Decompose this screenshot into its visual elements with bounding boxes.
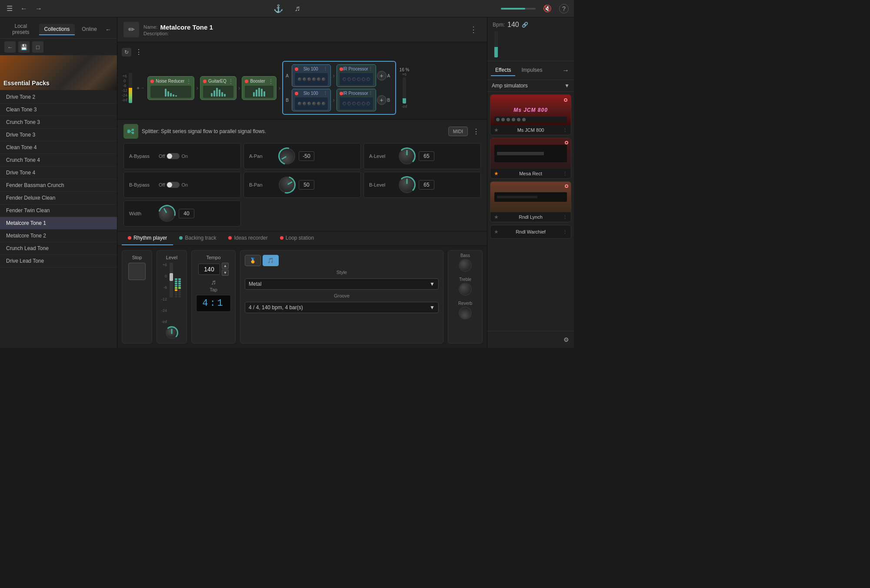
preset-item[interactable]: Crunch Tone 3 bbox=[0, 116, 117, 129]
essential-packs-banner[interactable]: Essential Packs bbox=[0, 55, 117, 90]
tempo-up-button[interactable]: ▲ bbox=[222, 263, 229, 269]
tab-local-presets[interactable]: Local presets bbox=[4, 21, 37, 38]
a-level-knob[interactable] bbox=[399, 148, 415, 164]
warchief-star[interactable]: ★ bbox=[494, 229, 499, 235]
tempo-value-input[interactable] bbox=[198, 264, 220, 275]
undo-button[interactable]: ↻ bbox=[122, 48, 131, 57]
drums-button[interactable]: 🏅 bbox=[245, 255, 261, 266]
b-level-knob[interactable] bbox=[399, 177, 415, 193]
back-button[interactable]: ← bbox=[19, 3, 29, 14]
preset-item[interactable]: Clean Tone 4 bbox=[0, 141, 117, 154]
mute-button[interactable]: 🔇 bbox=[542, 3, 553, 14]
preset-item[interactable]: Drive Tone 3 bbox=[0, 129, 117, 141]
add-effect-a-button[interactable]: + bbox=[377, 71, 387, 80]
a-bypass-toggle[interactable]: Off On bbox=[159, 153, 188, 159]
amp-a-node[interactable]: Slo 100 ⋮ bbox=[292, 64, 331, 87]
bass-knob[interactable] bbox=[459, 259, 472, 272]
jcm800-menu-button[interactable]: ⋮ bbox=[563, 127, 567, 133]
b-bypass-track[interactable] bbox=[167, 182, 180, 188]
preset-item[interactable]: Metalcore Tone 2 bbox=[0, 230, 117, 242]
amp-card-mesa[interactable]: ★ Mesa Rect ⋮ bbox=[490, 138, 571, 179]
tap-button[interactable]: ♬ Tap bbox=[210, 278, 217, 292]
a-bypass-track[interactable] bbox=[167, 153, 180, 159]
preset-item[interactable]: Fender Bassman Crunch bbox=[0, 179, 117, 192]
bpm-link-icon[interactable]: 🔗 bbox=[522, 22, 528, 28]
preset-item[interactable]: Crunch Tone 4 bbox=[0, 154, 117, 167]
ir-a-menu[interactable]: ⋮ bbox=[368, 66, 373, 72]
b-bypass-toggle[interactable]: Off On bbox=[159, 182, 188, 188]
width-knob[interactable] bbox=[156, 202, 178, 225]
tab-collections[interactable]: Collections bbox=[39, 24, 75, 35]
chain-menu-button[interactable]: ⋮ bbox=[134, 47, 143, 57]
splitter-menu-button[interactable]: ⋮ bbox=[471, 126, 481, 137]
booster-node[interactable]: Booster ⋮ bbox=[242, 76, 277, 100]
pin-button[interactable]: ⚙ bbox=[562, 335, 570, 344]
amp-b-node[interactable]: Slo 100 ⋮ bbox=[292, 89, 331, 111]
tab-ideas-recorder[interactable]: Ideas recorder bbox=[222, 231, 273, 245]
node-menu-button[interactable]: ⋮ bbox=[186, 78, 191, 84]
tab-effects[interactable]: Effects bbox=[491, 65, 515, 76]
amp-card-jcm800[interactable]: Ms JCM 800 ★ Ms JCM 800 ⋮ bbox=[490, 94, 571, 135]
preset-item[interactable]: Drive Tone 4 bbox=[0, 167, 117, 179]
preset-item[interactable]: Drive Tone 2 bbox=[0, 91, 117, 104]
tab-impulses[interactable]: Impulses bbox=[517, 65, 547, 76]
lynch-star[interactable]: ★ bbox=[494, 214, 499, 220]
level-fader-handle[interactable] bbox=[170, 273, 173, 281]
warchief-menu-button[interactable]: ⋮ bbox=[563, 229, 567, 235]
click-button[interactable]: 🎵 bbox=[263, 255, 279, 266]
width-value[interactable]: 40 bbox=[179, 209, 194, 218]
preset-item[interactable]: Crunch Lead Tone bbox=[0, 242, 117, 255]
amp-a-menu[interactable]: ⋮ bbox=[323, 66, 328, 72]
sidebar-back-button[interactable]: ← bbox=[4, 41, 16, 53]
preset-item[interactable]: Drive Lead Tone bbox=[0, 255, 117, 267]
forward-button[interactable]: → bbox=[34, 3, 43, 14]
jcm800-star[interactable]: ★ bbox=[494, 127, 499, 133]
signal-chain-scroll[interactable]: +60-6-12-24-inf ●→ Noise Reducer ⋮ bbox=[122, 61, 483, 115]
sidebar-copy-button[interactable]: □ bbox=[32, 41, 43, 53]
midi-button[interactable]: MIDI bbox=[448, 127, 468, 136]
node-menu-button[interactable]: ⋮ bbox=[228, 78, 233, 84]
amp-sim-dropdown-icon[interactable]: ▼ bbox=[564, 83, 570, 89]
preset-item[interactable]: Fender Twin Clean bbox=[0, 204, 117, 217]
tab-loop-station[interactable]: Loop station bbox=[274, 231, 320, 245]
tab-online[interactable]: Online bbox=[77, 24, 102, 35]
hamburger-menu-button[interactable]: ☰ bbox=[5, 3, 14, 14]
preset-item-active[interactable]: Metalcore Tone 1 bbox=[0, 217, 117, 230]
preset-item[interactable]: Fender Deluxe Clean bbox=[0, 192, 117, 204]
preset-menu-button[interactable]: ⋮ bbox=[466, 23, 481, 36]
sidebar-save-button[interactable]: 💾 bbox=[18, 41, 30, 53]
amp-card-warchief[interactable]: ★ Rndl Warchief ⋮ bbox=[490, 225, 571, 239]
mesa-star[interactable]: ★ bbox=[494, 170, 499, 177]
preset-item[interactable]: Clean Tone 3 bbox=[0, 104, 117, 116]
a-level-value[interactable]: 65 bbox=[419, 151, 434, 161]
tempo-down-button[interactable]: ▼ bbox=[222, 270, 229, 276]
noise-reducer-node[interactable]: Noise Reducer ⋮ bbox=[147, 76, 194, 100]
node-menu-button[interactable]: ⋮ bbox=[268, 78, 273, 84]
tab-backing-track[interactable]: Backing track bbox=[173, 231, 222, 245]
volume-track[interactable] bbox=[501, 8, 536, 10]
a-pan-value[interactable]: -50 bbox=[299, 151, 314, 161]
a-pan-knob[interactable] bbox=[276, 145, 298, 167]
metronome-button[interactable]: ♬ bbox=[293, 3, 302, 14]
level-knob[interactable] bbox=[166, 327, 178, 339]
sidebar-collapse-button[interactable]: ← bbox=[104, 25, 113, 34]
tuner-button[interactable]: ⚓ bbox=[272, 3, 284, 15]
b-pan-knob[interactable] bbox=[276, 174, 298, 196]
lynch-menu-button[interactable]: ⋮ bbox=[563, 214, 567, 220]
b-level-value[interactable]: 65 bbox=[419, 180, 434, 190]
help-button[interactable]: ? bbox=[559, 4, 569, 13]
reverb-knob[interactable] bbox=[457, 304, 474, 322]
mesa-menu-button[interactable]: ⋮ bbox=[563, 171, 567, 177]
tab-rhythm-player[interactable]: Rhythm player bbox=[122, 231, 173, 245]
add-effect-b-button[interactable]: + bbox=[377, 95, 387, 105]
right-sidebar-expand-button[interactable]: → bbox=[561, 65, 570, 76]
groove-select[interactable]: 4 / 4, 140 bpm, 4 bar(s) ▼ bbox=[245, 302, 439, 313]
stop-button[interactable] bbox=[128, 263, 146, 280]
ir-a-node[interactable]: IR Processor ⋮ bbox=[337, 64, 376, 87]
amp-card-lynch[interactable]: ★ Rndl Lynch ⋮ bbox=[490, 181, 571, 222]
guitar-eq-node[interactable]: GuitarEQ ⋮ bbox=[200, 76, 237, 100]
style-select[interactable]: Metal ▼ bbox=[245, 278, 439, 290]
b-pan-value[interactable]: 50 bbox=[299, 180, 314, 190]
amp-b-menu[interactable]: ⋮ bbox=[323, 90, 328, 96]
ir-b-menu[interactable]: ⋮ bbox=[368, 90, 373, 96]
